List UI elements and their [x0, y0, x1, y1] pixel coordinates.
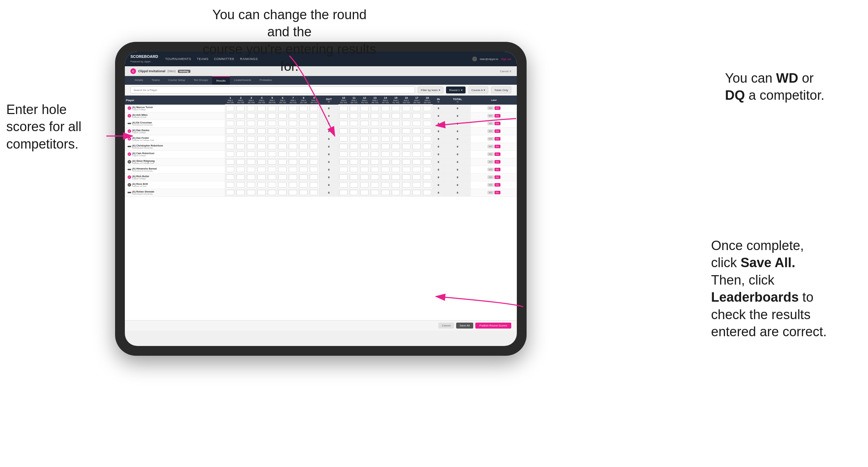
score-input[interactable] [226, 159, 234, 165]
hole-16-input[interactable] [401, 120, 412, 127]
wd-button[interactable]: WD [488, 183, 494, 187]
hole-6-input[interactable] [277, 135, 288, 143]
score-input[interactable] [226, 167, 234, 172]
hole-4-input[interactable] [256, 158, 267, 166]
hole-16-input[interactable] [401, 143, 412, 150]
score-input[interactable] [278, 174, 287, 180]
hole-4-input[interactable] [256, 120, 267, 127]
hole-14-input[interactable] [380, 189, 391, 196]
hole-3-input[interactable] [246, 181, 256, 189]
score-input[interactable] [371, 121, 379, 126]
hole-3-input[interactable] [246, 112, 256, 120]
hole-12-input[interactable] [359, 127, 370, 135]
hole-7-input[interactable] [288, 135, 298, 143]
dq-button[interactable]: DQ [495, 152, 500, 156]
hole-11-input[interactable] [349, 112, 359, 120]
hole-16-input[interactable] [401, 158, 412, 166]
score-input[interactable] [257, 174, 266, 180]
wd-button[interactable]: WD [488, 191, 494, 194]
totals-only-toggle[interactable]: Totals Only [491, 86, 511, 93]
score-input[interactable] [413, 182, 421, 188]
tab-teams[interactable]: Teams [147, 76, 164, 85]
hole-18-input[interactable] [422, 173, 432, 181]
score-input[interactable] [371, 136, 379, 142]
hole-4-input[interactable] [256, 112, 267, 120]
hole-17-input[interactable] [412, 120, 422, 127]
hole-3-input[interactable] [246, 120, 256, 127]
hole-5-input[interactable] [267, 105, 277, 112]
hole-10-input[interactable] [338, 112, 349, 120]
hole-3-input[interactable] [246, 127, 256, 135]
score-input[interactable] [236, 174, 245, 180]
score-input[interactable] [257, 144, 266, 149]
hole-6-input[interactable] [277, 150, 288, 158]
score-input[interactable] [247, 144, 255, 149]
score-input[interactable] [360, 167, 369, 172]
hole-8-input[interactable] [298, 127, 309, 135]
score-input[interactable] [236, 151, 245, 157]
hole-2-input[interactable] [235, 158, 246, 166]
score-input[interactable] [278, 159, 287, 165]
score-input[interactable] [226, 151, 234, 157]
hole-7-input[interactable] [288, 150, 298, 158]
score-input[interactable] [381, 174, 390, 180]
hole-7-input[interactable] [288, 166, 298, 173]
hole-5-input[interactable] [267, 120, 277, 127]
score-input[interactable] [268, 106, 276, 111]
hole-4-input[interactable] [256, 181, 267, 189]
score-input[interactable] [413, 190, 421, 195]
score-input[interactable] [402, 106, 410, 111]
score-input[interactable] [402, 136, 410, 142]
score-input[interactable] [310, 106, 318, 111]
score-input[interactable] [289, 174, 297, 180]
round-selector[interactable]: Round 1 ▾ [446, 86, 465, 93]
score-input[interactable] [413, 121, 421, 126]
hole-9-input[interactable] [309, 120, 319, 127]
score-input[interactable] [413, 159, 421, 165]
score-input[interactable] [381, 151, 390, 157]
score-input[interactable] [423, 159, 431, 165]
hole-8-input[interactable] [298, 173, 309, 181]
hole-8-input[interactable] [298, 189, 309, 196]
hole-10-input[interactable] [338, 143, 349, 150]
score-input[interactable] [392, 106, 400, 111]
score-input[interactable] [310, 121, 318, 126]
hole-8-input[interactable] [298, 150, 309, 158]
score-input[interactable] [360, 190, 369, 195]
score-input[interactable] [402, 167, 410, 172]
hole-4-input[interactable] [256, 189, 267, 196]
hole-7-input[interactable] [288, 127, 298, 135]
score-input[interactable] [360, 159, 369, 165]
score-input[interactable] [236, 128, 245, 134]
wd-button[interactable]: WD [488, 145, 494, 148]
score-input[interactable] [226, 182, 234, 188]
dq-button[interactable]: DQ [495, 145, 500, 148]
hole-6-input[interactable] [277, 189, 288, 196]
score-input[interactable] [371, 174, 379, 180]
score-input[interactable] [350, 190, 358, 195]
hole-5-input[interactable] [267, 166, 277, 173]
wd-button[interactable]: WD [488, 106, 494, 110]
score-input[interactable] [360, 151, 369, 157]
score-input[interactable] [257, 159, 266, 165]
score-input[interactable] [381, 113, 390, 119]
dq-button[interactable]: DQ [495, 160, 500, 164]
dq-button[interactable]: DQ [495, 129, 500, 133]
hole-11-input[interactable] [349, 189, 359, 196]
score-input[interactable] [381, 128, 390, 134]
nav-tournaments[interactable]: TOURNAMENTS [165, 56, 191, 62]
score-input[interactable] [289, 121, 297, 126]
score-input[interactable] [381, 121, 390, 126]
score-input[interactable] [413, 106, 421, 111]
score-input[interactable] [402, 128, 410, 134]
hole-2-input[interactable] [235, 112, 246, 120]
score-input[interactable] [226, 128, 234, 134]
score-input[interactable] [413, 167, 421, 172]
hole-1-input[interactable] [225, 105, 235, 112]
score-input[interactable] [299, 113, 308, 119]
hole-12-input[interactable] [359, 143, 370, 150]
hole-3-input[interactable] [246, 150, 256, 158]
hole-11-input[interactable] [349, 150, 359, 158]
score-input[interactable] [392, 136, 400, 142]
score-input[interactable] [278, 136, 287, 142]
